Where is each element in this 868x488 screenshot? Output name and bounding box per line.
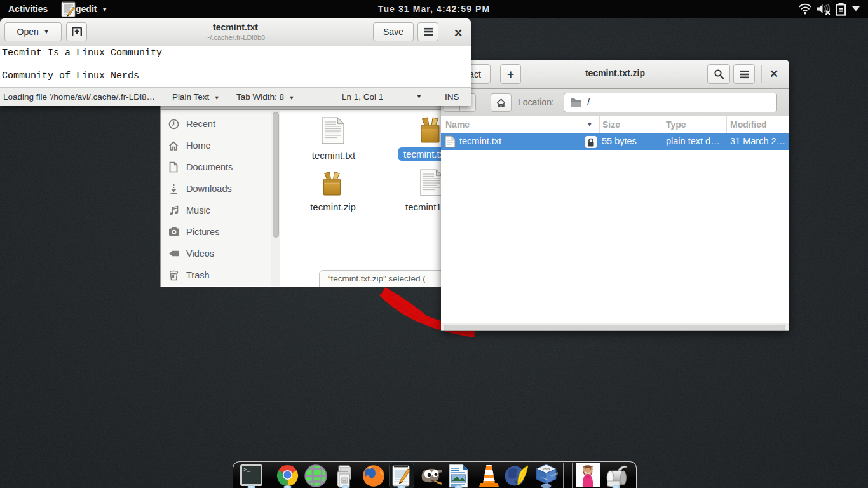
svg-text:VBox: VBox	[543, 467, 550, 471]
